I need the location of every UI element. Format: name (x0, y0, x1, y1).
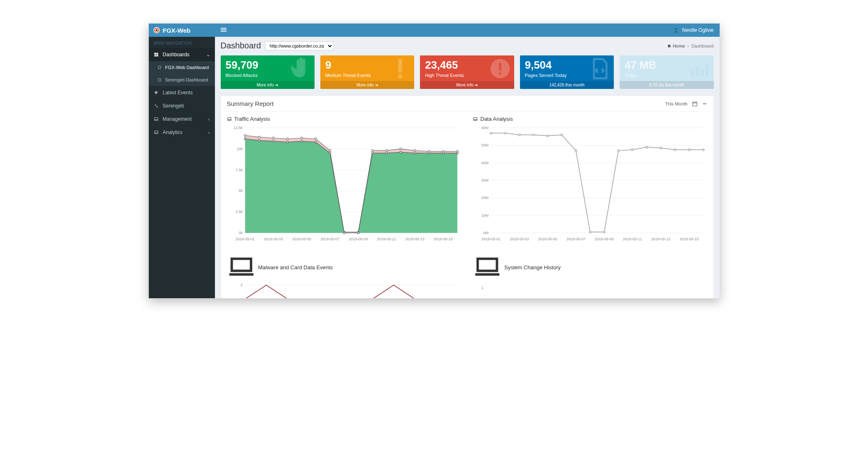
sidebar-item-latest-events[interactable]: Latest Events (149, 86, 215, 99)
chart-title: Data Analysis (480, 116, 513, 122)
svg-text:2018-05-13: 2018-05-13 (651, 237, 670, 241)
svg-text:60M: 60M (481, 126, 488, 130)
svg-point-53 (371, 150, 373, 152)
svg-text:2: 2 (240, 283, 242, 287)
tile-footer: 142,426 this month (520, 81, 614, 89)
svg-rect-4 (221, 28, 227, 29)
tile-more-info[interactable]: More info ➜ (420, 81, 514, 89)
tile-footer: 0.79 Gb this month (620, 81, 713, 89)
svg-point-61 (258, 139, 260, 141)
svg-text:2.5k: 2.5k (235, 210, 242, 214)
svg-point-71 (400, 151, 402, 153)
svg-point-73 (428, 152, 430, 154)
svg-text:2018-05-07: 2018-05-07 (566, 237, 585, 241)
svg-point-99 (490, 132, 492, 134)
hamburger-icon (221, 27, 227, 33)
svg-point-60 (244, 138, 246, 140)
tile-more-info[interactable]: More info ➜ (320, 81, 414, 89)
svg-point-49 (315, 138, 317, 140)
svg-text:2018-05-03: 2018-05-03 (510, 237, 529, 241)
svg-point-10 (156, 106, 157, 108)
site-select[interactable]: http://www.cgsborder.co.za (265, 41, 334, 50)
laptop-icon (227, 117, 232, 122)
svg-point-8 (677, 28, 679, 29)
sidebar-item-serengeti[interactable]: Serengeti (149, 99, 215, 113)
chevron-left-icon: ‹ (208, 130, 210, 135)
laptop-icon (473, 117, 478, 122)
svg-rect-5 (221, 29, 227, 30)
svg-point-65 (315, 141, 317, 143)
range-label[interactable]: This Month (665, 101, 687, 106)
svg-point-68 (357, 232, 359, 234)
laptop-icon (154, 117, 159, 122)
svg-point-113 (688, 149, 690, 151)
svg-text:2018-05-11: 2018-05-11 (623, 237, 642, 241)
exclamation-icon (389, 57, 412, 80)
arrow-icon: ➜ (475, 83, 478, 87)
sidebar-item-label: FGX-Web Dashboard (165, 65, 209, 70)
collapse-icon[interactable] (702, 101, 708, 107)
traffic-chart: 0k2.5k5k7.5k10k12.5k2018-05-012018-05-03… (227, 125, 462, 244)
svg-point-103 (547, 135, 549, 137)
sidebar-item-label: Dashboards (163, 52, 190, 57)
svg-rect-16 (499, 63, 501, 71)
sidebar: MAIN NAVIGATION Dashboards ⌄ FGX-Web Das… (149, 37, 215, 298)
tile-label: Today (625, 73, 708, 78)
sidebar-item-analytics[interactable]: Analytics ‹ (149, 126, 215, 139)
svg-text:50M: 50M (481, 143, 488, 147)
chart-title: System Change History (504, 264, 561, 271)
home-icon (667, 44, 671, 48)
sidebar-header: MAIN NAVIGATION (149, 37, 215, 48)
main-content: Dashboard http://www.cgsborder.co.za Hom… (215, 37, 720, 298)
svg-text:2018-05-11: 2018-05-11 (377, 237, 396, 241)
alert-circle-icon (489, 57, 512, 80)
svg-text:5k: 5k (238, 189, 243, 193)
sidebar-sub-dashboards: FGX-Web Dashboard Serengeti Dashboard (149, 61, 215, 86)
svg-point-46 (272, 137, 274, 139)
tile-value: 47 MB (625, 60, 708, 70)
laptop-icon (473, 253, 502, 282)
sidebar-item-fgx-dashboard[interactable]: FGX-Web Dashboard (149, 61, 215, 74)
tile-more-info[interactable]: More info ➜ (221, 81, 315, 89)
data-chart-panel: Data Analysis 0M10M20M30M40M50M60M2018-0… (467, 112, 713, 249)
arrow-icon: ➜ (275, 83, 278, 87)
svg-text:2018-05-05: 2018-05-05 (292, 237, 311, 241)
svg-point-56 (414, 150, 416, 152)
page-title: Dashboard (221, 41, 261, 50)
svg-point-106 (589, 231, 591, 233)
svg-point-108 (618, 150, 620, 152)
system-chart: 1 (473, 282, 708, 299)
cogs-icon (154, 103, 159, 108)
nav-toggle-button[interactable] (221, 27, 227, 34)
svg-text:7.5k: 7.5k (235, 168, 242, 172)
svg-point-50 (329, 150, 331, 152)
summary-panel: Summary Report This Month Traffic Analys… (221, 96, 714, 299)
svg-point-48 (300, 137, 303, 139)
svg-point-111 (660, 147, 662, 149)
sidebar-item-serengeti-dashboard[interactable]: Serengeti Dashboard (149, 74, 215, 86)
svg-text:12.5k: 12.5k (233, 126, 242, 130)
svg-text:2018-05-09: 2018-05-09 (595, 237, 614, 241)
sidebar-item-management[interactable]: Management ‹ (149, 113, 215, 126)
panel-title: Summary Report (227, 100, 274, 107)
svg-rect-17 (499, 72, 501, 74)
sidebar-item-label: Management (163, 116, 192, 122)
svg-point-54 (386, 150, 388, 152)
dashboard-icon (154, 52, 159, 57)
calendar-icon[interactable] (692, 101, 698, 107)
malware-chart: 2 (227, 282, 462, 299)
chevron-left-icon: ‹ (208, 117, 210, 122)
svg-rect-23 (228, 117, 231, 120)
brand-label: FGX-Web (163, 27, 191, 34)
svg-text:2018-05-05: 2018-05-05 (538, 237, 557, 241)
sidebar-item-label: Latest Events (163, 90, 193, 96)
svg-rect-6 (221, 31, 227, 31)
svg-rect-14 (398, 74, 402, 78)
svg-point-62 (272, 140, 274, 142)
svg-text:2018-05-15: 2018-05-15 (434, 237, 453, 241)
svg-point-110 (646, 146, 648, 148)
breadcrumb-home[interactable]: Home (667, 43, 685, 48)
sidebar-item-dashboards[interactable]: Dashboards ⌄ (149, 48, 215, 61)
brand[interactable]: FGX-Web (149, 24, 215, 37)
user-menu[interactable]: Neville Ogilvie (673, 27, 713, 34)
